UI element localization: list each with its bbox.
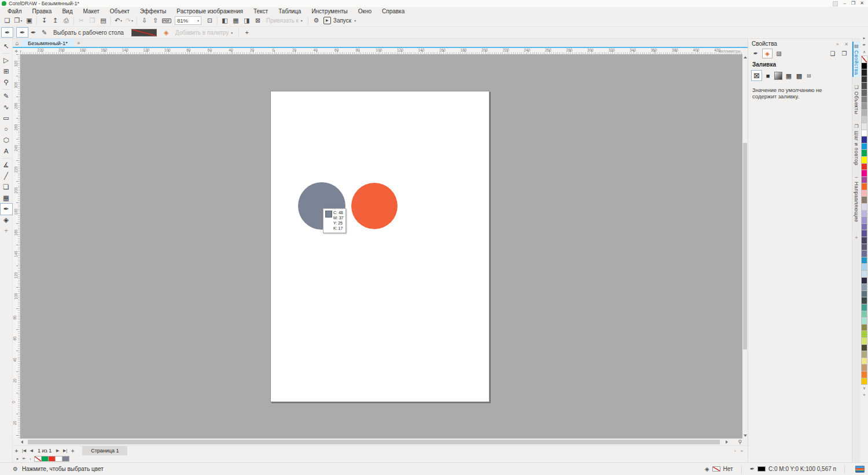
no-fill-icon[interactable]: ⊠ [752, 71, 762, 80]
export-icon[interactable]: ↥ [50, 16, 61, 25]
menu-item[interactable]: Инструменты [306, 8, 352, 14]
cut-icon[interactable]: ✂ [76, 16, 87, 25]
transparency-tab-icon[interactable]: ▨ [774, 49, 784, 58]
horizontal-ruler[interactable]: миллиметры 22020018016014012010080604020… [20, 48, 742, 54]
expand-icon[interactable]: » [741, 448, 743, 454]
status-gear-icon[interactable]: ⚙ [13, 466, 18, 472]
page-tab[interactable]: Страница 1 [82, 446, 127, 456]
separator[interactable] [2, 89, 10, 90]
print-icon[interactable]: ⎙ [61, 16, 72, 25]
rectangle-tool[interactable]: ▭ [1, 113, 12, 124]
color-eyedropper-tool[interactable]: ✒ [1, 204, 12, 215]
add-docker-button[interactable]: + [855, 234, 858, 241]
apply-fill-icon[interactable]: ◈ [161, 28, 172, 37]
color-swatch-gray[interactable] [62, 456, 69, 462]
menu-item[interactable]: Вид [57, 8, 78, 14]
palette-expand-icon[interactable]: » [863, 392, 866, 399]
zoom-tool[interactable]: ⚲ [1, 77, 12, 88]
interactive-fill-tool[interactable]: ◈ [1, 215, 12, 226]
shape-tool[interactable]: ▷ [1, 55, 12, 66]
undo-icon[interactable]: ↶▾ [113, 16, 124, 25]
polygon-tool[interactable]: ⬡ [1, 135, 12, 146]
freehand-tool[interactable]: ✎ [1, 91, 12, 102]
sample-5x5-icon[interactable]: ✎ [39, 28, 50, 37]
docker-tab-objects[interactable]: ❏ Объекты [852, 83, 861, 116]
canvas-viewport[interactable]: C: 48M: 37Y: 25K: 17 [20, 54, 742, 439]
add-to-palette-button[interactable]: Добавить в палитру ▾ [175, 30, 233, 36]
separator[interactable] [2, 158, 10, 159]
snap-to-dropdown[interactable]: Привязать к ▾ [266, 17, 303, 24]
palette-eyedropper-icon[interactable]: ✒ [863, 42, 866, 49]
launch-button[interactable]: ▶ Запуск ▾ [323, 17, 356, 24]
import-icon[interactable]: ↧ [39, 16, 50, 25]
add-page-button[interactable]: + [13, 448, 20, 454]
welcome-home-icon[interactable]: ⌂ [13, 40, 21, 46]
menu-item[interactable]: Правка [27, 8, 57, 14]
zoom-tool-icon[interactable]: ⚲ [738, 439, 742, 445]
chevron-down-icon[interactable]: ▾ [197, 19, 199, 23]
vector-pattern-icon[interactable]: ▦ [785, 72, 793, 80]
open-icon[interactable]: ❒▾ [13, 16, 24, 25]
menu-item[interactable]: Таблица [273, 8, 306, 14]
menu-item[interactable]: Справка [377, 8, 410, 14]
separator[interactable] [111, 17, 111, 25]
export-file-icon[interactable]: ⇧ [150, 16, 161, 25]
artistic-media-tool[interactable]: ∿ [1, 102, 12, 113]
menu-item[interactable]: Объект [105, 8, 135, 14]
save-icon[interactable]: ▣ [24, 16, 35, 25]
drop-shadow-tool[interactable]: ❏ [1, 182, 12, 193]
text-tool[interactable]: A [1, 146, 12, 157]
scroll-left-arrow[interactable] [21, 440, 23, 444]
palette-scroll-up-icon[interactable]: ∧ [863, 49, 866, 56]
sample-2x2-icon[interactable]: ✒ [28, 28, 39, 37]
pick-tool[interactable]: ↖ [1, 41, 12, 52]
fullscreen-preview-icon[interactable]: ⊡ [204, 16, 215, 25]
dropdown-caret-icon[interactable]: ▾ [131, 19, 133, 23]
palette-scroll-left-icon[interactable]: ‹ [27, 457, 34, 461]
first-page-button[interactable]: |◀ [20, 448, 28, 453]
menu-item[interactable]: Текст [248, 8, 273, 14]
paste-icon[interactable]: ▤ [98, 16, 109, 25]
separator[interactable] [36, 17, 37, 25]
snap-off-icon[interactable]: ⊠ [252, 16, 263, 25]
dropdown-caret-icon[interactable]: ▾ [120, 19, 122, 23]
zoom-level-select[interactable]: 81% ▾ [175, 16, 201, 25]
next-page-button[interactable]: ▶ [54, 448, 61, 453]
wrap-frame-icon[interactable]: ❑ [828, 49, 837, 58]
separator[interactable] [137, 17, 137, 25]
copy-icon[interactable]: ❐ [87, 16, 98, 25]
document-tab[interactable]: Безымянный-1* [21, 39, 74, 47]
redo-icon[interactable]: ↷▾ [124, 16, 135, 25]
separator[interactable] [2, 53, 10, 54]
ruler-origin-button[interactable]: ✛ [13, 48, 20, 54]
menu-item[interactable]: Окно [353, 8, 377, 14]
view-border-icon[interactable]: ◧ [219, 16, 230, 25]
separator[interactable] [217, 17, 218, 25]
chevron-down-icon[interactable]: ▾ [354, 19, 356, 23]
outline-tab-icon[interactable]: ✒ [751, 49, 760, 58]
ellipse-tool[interactable]: ○ [1, 124, 12, 135]
new-frame-icon[interactable]: ❐ [840, 49, 849, 58]
import-file-icon[interactable]: ⇩ [139, 16, 150, 25]
drawing-page[interactable] [270, 91, 490, 402]
add-page-button-2[interactable]: + [69, 448, 76, 454]
options-gear-icon[interactable]: ⚙ [311, 16, 322, 25]
connector-tool[interactable]: ╱ [1, 171, 12, 182]
prev-page-button[interactable]: ◀ [28, 448, 35, 453]
menu-item[interactable]: Растровые изображения [171, 8, 248, 14]
pick-from-desktop-button[interactable]: Выбрать с рабочего стола [53, 30, 124, 36]
separator[interactable] [73, 17, 74, 25]
color-eyedropper-icon[interactable]: ✒ [2, 28, 13, 37]
pdf-icon[interactable]: PDF [161, 16, 172, 25]
view-grid-icon[interactable]: ▦ [230, 16, 241, 25]
view-guides-icon[interactable]: ◨ [241, 16, 252, 25]
crop-tool[interactable]: ⊞ [1, 66, 12, 77]
orange-circle[interactable] [351, 183, 398, 229]
add-tool-button[interactable]: + [1, 226, 12, 237]
new-document-icon[interactable]: ❏ [2, 16, 13, 25]
dimension-tool[interactable]: ∡ [1, 160, 12, 171]
docker-close-icon[interactable]: ✕ [844, 42, 848, 47]
scroll-right-arrow[interactable] [726, 440, 728, 444]
uniform-fill-icon[interactable]: ■ [764, 72, 772, 80]
dropdown-caret-icon[interactable]: ▾ [20, 19, 22, 23]
